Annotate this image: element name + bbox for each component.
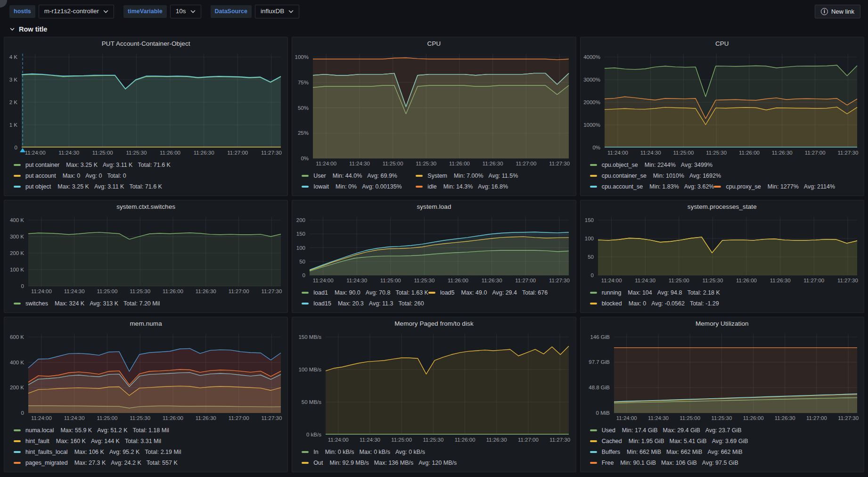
variable-value-datasource-text: influxDB <box>261 8 284 15</box>
legend-stat: Min: 1.95 GiB <box>629 438 664 444</box>
svg-text:4000%: 4000% <box>583 54 600 60</box>
legend-item[interactable]: CachedMin: 1.95 GiBMax: 5.41 GiBAvg: 3.6… <box>590 438 748 444</box>
legend-swatch <box>302 462 309 464</box>
svg-text:600 K: 600 K <box>10 334 24 340</box>
legend: put containerMax: 3.25 KAvg: 3.11 KTotal… <box>4 158 287 196</box>
legend-stat: Avg: 3.62% <box>684 183 714 190</box>
legend-item[interactable]: hint_faultMax: 160 KAvg: 144 KTotal: 3.3… <box>14 438 161 444</box>
legend-label: System <box>427 173 447 179</box>
legend-swatch <box>302 451 309 453</box>
legend-label: put account <box>25 173 56 179</box>
legend-label: Iowait <box>313 183 329 190</box>
legend-stat: Max: 0 <box>63 173 81 179</box>
legend-stat: Total: 1.18 Mil <box>133 427 169 434</box>
svg-text:11:25:30: 11:25:30 <box>423 437 444 443</box>
legend-label: load5 <box>440 289 455 296</box>
legend-row: put objectMax: 3.25 KAvg: 3.11 KTotal: 7… <box>14 181 280 192</box>
panel-title[interactable]: PUT Account-Container-Object <box>4 37 287 50</box>
legend-stat: Avg: 97.5 GiB <box>702 460 738 466</box>
panel: system.processes_state11:24:0011:24:3011… <box>580 200 864 313</box>
svg-text:11:27:30: 11:27:30 <box>837 278 858 283</box>
svg-text:11:25:30: 11:25:30 <box>416 161 437 166</box>
legend-row: FreeMin: 90.1 GiBMax: 106 GiBAvg: 97.5 G… <box>590 457 856 468</box>
legend-row: runningMax: 104Avg: 94.8Total: 2.18 K <box>590 287 856 298</box>
chart-svg: 11:24:0011:24:3011:25:0011:25:3011:26:00… <box>4 50 287 158</box>
legend-item[interactable]: runningMax: 104Avg: 94.8Total: 2.18 K <box>590 289 720 296</box>
legend-label: blocked <box>602 300 622 307</box>
panel-title[interactable]: system.load <box>292 200 575 213</box>
variable-value-datasource-dropdown[interactable]: influxDB <box>255 5 299 18</box>
svg-text:11:24:00: 11:24:00 <box>25 150 46 156</box>
legend-swatch <box>416 186 423 188</box>
svg-text:11:27:30: 11:27:30 <box>261 415 282 421</box>
legend-label: Buffers <box>602 449 620 455</box>
new-link-button[interactable]: i New link <box>815 5 860 18</box>
legend-item[interactable]: numa.localMax: 55.9 KAvg: 51.2 KTotal: 1… <box>14 427 169 434</box>
svg-text:11:26:30: 11:26:30 <box>194 150 214 156</box>
legend-item[interactable]: cpu.object_seMin: 2244%Avg: 3499% <box>590 162 712 168</box>
legend-item[interactable]: idleMin: 14.3%Avg: 16.8% <box>416 183 508 190</box>
row-collapse-toggle[interactable]: Row title <box>0 20 51 35</box>
svg-text:11:24:30: 11:24:30 <box>640 150 661 156</box>
legend-item[interactable]: cpu.proxy_seMin: 1277%Avg: 2114% <box>714 183 835 190</box>
svg-text:11:24:00: 11:24:00 <box>31 415 52 421</box>
legend-item[interactable]: cpu.container_seMin: 1010%Avg: 1692% <box>590 173 721 179</box>
legend-row: load1Max: 90.0Avg: 70.8Total: 1.63 Kload… <box>302 287 568 298</box>
legend-item[interactable]: load1Max: 90.0Avg: 70.8Total: 1.63 K <box>302 289 428 296</box>
variable-value-host-dropdown[interactable]: m-r1z1s2-controller <box>39 5 114 18</box>
legend-stat: Total: 2.18 K <box>687 289 720 296</box>
legend: UsedMin: 17.4 GiBMax: 29.4 GiBAvg: 23.7 … <box>581 423 864 472</box>
panel: Memory Paged from/to disk11:24:0011:24:3… <box>292 317 576 472</box>
legend-item[interactable]: OutMin: 92.9 MB/sMax: 136 MB/sAvg: 120 M… <box>302 460 457 466</box>
legend-item[interactable]: IowaitMin: 0%Avg: 0.00135% <box>302 183 416 190</box>
panel: PUT Account-Container-Object11:24:0011:2… <box>4 37 288 196</box>
legend-item[interactable]: switchesMax: 324 KAvg: 313 KTotal: 7.20 … <box>14 300 160 307</box>
chart-area: 11:24:0011:24:3011:25:0011:25:3011:26:00… <box>581 213 864 286</box>
legend-item[interactable]: load15Max: 20.3Avg: 11.3Total: 260 <box>302 300 424 307</box>
svg-text:400 K: 400 K <box>10 360 24 365</box>
svg-text:11:25:00: 11:25:00 <box>97 415 117 421</box>
legend-stat: Avg: 94.8 <box>657 289 682 296</box>
legend-item[interactable]: put objectMax: 3.25 KAvg: 3.11 KTotal: 7… <box>14 183 162 190</box>
legend-item[interactable]: cpu.account_seMin: 1.83%Avg: 3.62% <box>590 183 714 190</box>
legend-item[interactable]: put containerMax: 3.25 KAvg: 3.11 KTotal… <box>14 162 171 168</box>
legend-item[interactable]: SystemMin: 7.00%Avg: 11.5% <box>416 173 518 179</box>
legend-item[interactable]: pages_migratedMax: 27.3 KAvg: 24.2 KTota… <box>14 460 178 466</box>
chart-svg: 11:24:0011:24:3011:25:0011:25:3011:26:00… <box>292 213 575 286</box>
variable-group-time: timeVariable 10s <box>123 5 201 18</box>
panel-title[interactable]: mem.numa <box>4 317 287 330</box>
svg-text:150: 150 <box>584 217 593 223</box>
legend-item[interactable]: FreeMin: 90.1 GiBMax: 106 GiBAvg: 97.5 G… <box>590 460 738 466</box>
legend-item[interactable]: blockedMax: 0Avg: -0.0562Total: -1.29 <box>590 300 719 307</box>
svg-text:11:24:30: 11:24:30 <box>360 437 380 443</box>
legend-item[interactable]: InMin: 0 kB/sMax: 0 kB/sAvg: 0 kB/s <box>302 449 425 455</box>
legend-item[interactable]: hint_faults_localMax: 106 KAvg: 95.2 KTo… <box>14 449 181 455</box>
legend-row: cpu.container_seMin: 1010%Avg: 1692% <box>590 170 856 181</box>
legend-item[interactable]: UsedMin: 17.4 GiBMax: 29.4 GiBAvg: 23.7 … <box>590 427 742 434</box>
chart-svg: 11:24:0011:24:3011:25:0011:25:3011:26:00… <box>581 50 864 158</box>
legend-item[interactable]: put accountMax: 0Avg: 0Total: 0 <box>14 173 126 179</box>
legend-stat: Max: 0 <box>629 300 647 307</box>
legend-row: OutMin: 92.9 MB/sMax: 136 MB/sAvg: 120 M… <box>302 457 568 468</box>
panel-title[interactable]: CPU <box>581 37 864 50</box>
dashboard-submenu: hostIs m-r1z1s2-controller timeVariable … <box>0 0 868 20</box>
svg-text:300 K: 300 K <box>10 234 24 239</box>
panel-title[interactable]: system.processes_state <box>581 200 864 213</box>
svg-text:11:26:30: 11:26:30 <box>771 150 792 156</box>
chart-area: 11:24:0011:24:3011:25:0011:25:3011:26:00… <box>292 50 575 169</box>
variable-value-time-text: 10s <box>176 8 186 15</box>
legend-item[interactable]: BuffersMin: 662 MiBMax: 662 MiBAvg: 662 … <box>590 449 743 455</box>
legend-item[interactable]: UserMin: 44.0%Avg: 69.9% <box>302 173 416 179</box>
legend-item[interactable]: load5Max: 49.0Avg: 29.4Total: 676 <box>428 289 548 296</box>
panel-title[interactable]: CPU <box>292 37 575 50</box>
panel-title[interactable]: Memory Paged from/to disk <box>292 317 575 330</box>
legend-label: cpu.proxy_se <box>726 183 761 190</box>
svg-text:11:26:00: 11:26:00 <box>743 415 763 421</box>
legend-stat: Min: 0 kB/s <box>325 449 354 455</box>
variable-value-time-dropdown[interactable]: 10s <box>170 5 201 18</box>
panel-title[interactable]: Memory Utilization <box>581 317 864 330</box>
panel-title[interactable]: system.ctxt.switches <box>4 200 287 213</box>
svg-text:11:24:30: 11:24:30 <box>349 161 370 166</box>
svg-text:11:25:30: 11:25:30 <box>126 150 147 156</box>
legend-row: blockedMax: 0Avg: -0.0562Total: -1.29 <box>590 298 856 309</box>
